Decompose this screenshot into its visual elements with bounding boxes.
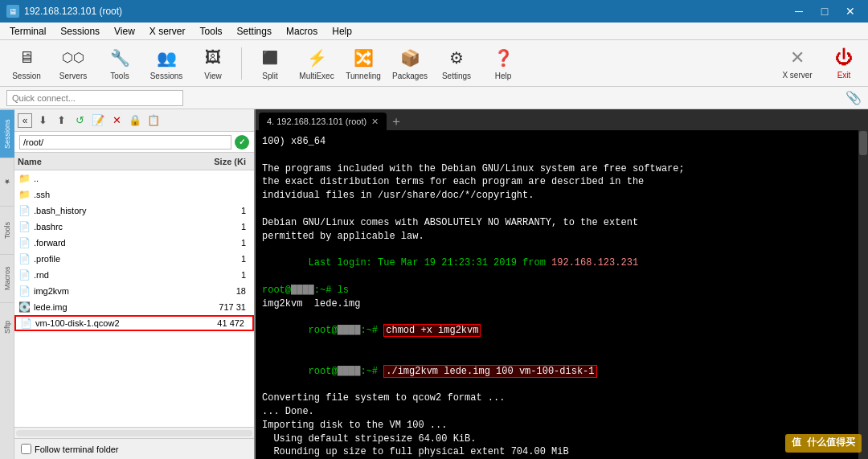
- term-line: Importing disk to the VM 100 ...: [262, 419, 862, 432]
- path-input[interactable]: [19, 135, 231, 150]
- new-file-button[interactable]: 📝: [90, 113, 106, 129]
- multiexec-button[interactable]: ⚡ MultiExec: [295, 43, 338, 84]
- tools-sidetab[interactable]: Tools: [0, 206, 14, 254]
- favorites-sidetab[interactable]: ★: [0, 158, 14, 206]
- exit-button[interactable]: ⏻ Exit: [825, 43, 863, 84]
- tab-close-button[interactable]: ✕: [371, 117, 379, 127]
- menu-view[interactable]: View: [108, 24, 141, 39]
- follow-folder-checkbox[interactable]: [21, 444, 31, 454]
- servers-button[interactable]: ⬡⬡ Servers: [51, 43, 95, 84]
- file-icon: 📄: [18, 236, 31, 249]
- sessions-label: Sessions: [150, 72, 183, 80]
- file-item-parent[interactable]: 📁 ..: [14, 170, 254, 186]
- term-line-files: img2kvm lede.img: [262, 297, 862, 311]
- packages-button[interactable]: 📦 Packages: [388, 43, 432, 84]
- session-label: Session: [12, 72, 41, 80]
- term-line: Debian GNU/Linux comes with ABSOLUTELY N…: [262, 216, 862, 230]
- term-line: permitted by applicable law.: [262, 230, 862, 244]
- file-item-bashrc[interactable]: 📄 .bashrc 1: [14, 219, 254, 235]
- servers-icon: ⬡⬡: [62, 47, 84, 69]
- file-size: 1: [194, 254, 251, 264]
- close-button[interactable]: ✕: [839, 0, 862, 23]
- img-icon: 💽: [18, 301, 31, 314]
- session-button[interactable]: 🖥 Session: [5, 43, 48, 84]
- maximize-button[interactable]: □: [813, 0, 836, 23]
- menu-tools[interactable]: Tools: [194, 24, 229, 39]
- tools-icon: 🔧: [108, 47, 131, 69]
- menu-settings[interactable]: Settings: [231, 24, 278, 39]
- macros-sidetab[interactable]: Macros: [0, 254, 14, 302]
- term-line: 100) x86_64: [262, 135, 862, 149]
- menu-terminal[interactable]: Terminal: [3, 24, 52, 39]
- title-bar-left: 🖥 192.168.123.101 (root): [6, 5, 122, 18]
- file-name: .bashrc: [34, 222, 191, 232]
- term-line: Rounding up size to full physical extent…: [262, 445, 862, 459]
- permissions-button[interactable]: 🔒: [127, 113, 143, 129]
- file-item-img2kvm[interactable]: 📄 img2kvm 18: [14, 283, 254, 299]
- servers-label: Servers: [59, 72, 87, 80]
- app-icon: 🖥: [6, 5, 19, 18]
- watermark: 值 什么值得买: [785, 434, 862, 453]
- file-name: img2kvm: [34, 286, 191, 296]
- exit-icon: ⏻: [835, 47, 853, 68]
- refresh-button[interactable]: ↺: [72, 113, 88, 129]
- file-item-ssh[interactable]: 📁 .ssh: [14, 186, 254, 203]
- tunneling-button[interactable]: 🔀 Tunneling: [342, 43, 385, 84]
- delete-button[interactable]: ✕: [108, 113, 125, 129]
- path-ok-button[interactable]: ✓: [235, 135, 249, 150]
- file-name: .rnd: [34, 270, 191, 280]
- term-line: Using default stripesize 64.00 KiB.: [262, 432, 862, 446]
- col-name-header: Name: [18, 157, 194, 166]
- terminal-content: 100) x86_64 The programs included with t…: [256, 130, 868, 459]
- help-button[interactable]: ❓ Help: [481, 43, 525, 84]
- term-line-login: Last login: Tue Mar 19 21:23:31 2019 fro…: [262, 243, 862, 283]
- terminal-tab-active[interactable]: 4. 192.168.123.101 (root) ✕: [259, 113, 387, 130]
- toolbar-separator-1: [241, 47, 242, 80]
- sftp-sidetab[interactable]: Sftp: [0, 302, 14, 350]
- file-icon: 📄: [18, 268, 31, 281]
- quick-connect-input[interactable]: [6, 90, 183, 106]
- file-name: .profile: [34, 254, 191, 264]
- sessions-sidetab[interactable]: Sessions: [0, 109, 14, 158]
- menu-help[interactable]: Help: [326, 24, 358, 39]
- login-ip: 192.168.123.231: [551, 257, 638, 268]
- upload-button[interactable]: ⬆: [53, 113, 69, 129]
- split-button[interactable]: ⬛ Split: [248, 43, 292, 84]
- file-name: lede.img: [34, 302, 191, 312]
- tunneling-label: Tunneling: [346, 72, 381, 80]
- file-panel: « ⬇ ⬆ ↺ 📝 ✕ 🔒 📋 ✓ Name Size (Ki 📁 ..: [14, 109, 256, 459]
- term-line: individual files in /usr/share/doc/*/cop…: [262, 189, 862, 203]
- multiexec-icon: ⚡: [305, 47, 328, 69]
- file-item-vm100disk[interactable]: 📄 vm-100-disk-1.qcow2 41 472: [14, 315, 254, 331]
- follow-terminal-folder[interactable]: Follow terminal folder: [21, 444, 119, 454]
- properties-button[interactable]: 📋: [145, 113, 162, 129]
- file-item-bash-history[interactable]: 📄 .bash_history 1: [14, 203, 254, 219]
- file-item-forward[interactable]: 📄 .forward 1: [14, 235, 254, 251]
- sessions-button[interactable]: 👥 Sessions: [145, 43, 188, 84]
- attach-button[interactable]: 📎: [845, 90, 862, 105]
- file-name: .bash_history: [34, 206, 191, 215]
- file-item-profile[interactable]: 📄 .profile 1: [14, 251, 254, 267]
- help-label: Help: [495, 72, 512, 80]
- file-item-rnd[interactable]: 📄 .rnd 1: [14, 267, 254, 283]
- tools-button[interactable]: 🔧 Tools: [98, 43, 141, 84]
- menu-sessions[interactable]: Sessions: [54, 24, 106, 39]
- xserver-button[interactable]: ✕ X server: [773, 43, 821, 84]
- settings-button[interactable]: ⚙ Settings: [435, 43, 478, 84]
- collapse-panel-button[interactable]: «: [18, 113, 32, 128]
- terminal-scrollbar[interactable]: [858, 130, 868, 459]
- download-button[interactable]: ⬇: [35, 113, 51, 129]
- file-size: 717 31: [194, 302, 251, 312]
- file-icon: 📄: [18, 285, 31, 297]
- minimize-button[interactable]: ─: [788, 0, 810, 23]
- file-item-lede[interactable]: 💽 lede.img 717 31: [14, 299, 254, 315]
- horizontal-scrollbar[interactable]: [14, 427, 254, 438]
- view-button[interactable]: 🖼 View: [191, 43, 235, 84]
- menu-xserver[interactable]: X server: [143, 24, 192, 39]
- file-name: .forward: [34, 238, 191, 248]
- title-bar-text: 192.168.123.101 (root): [24, 6, 122, 17]
- term-line: Converting file system to qcow2 format .…: [262, 391, 862, 405]
- split-icon: ⬛: [259, 47, 281, 69]
- menu-macros[interactable]: Macros: [280, 24, 324, 39]
- new-tab-button[interactable]: ＋: [390, 113, 403, 130]
